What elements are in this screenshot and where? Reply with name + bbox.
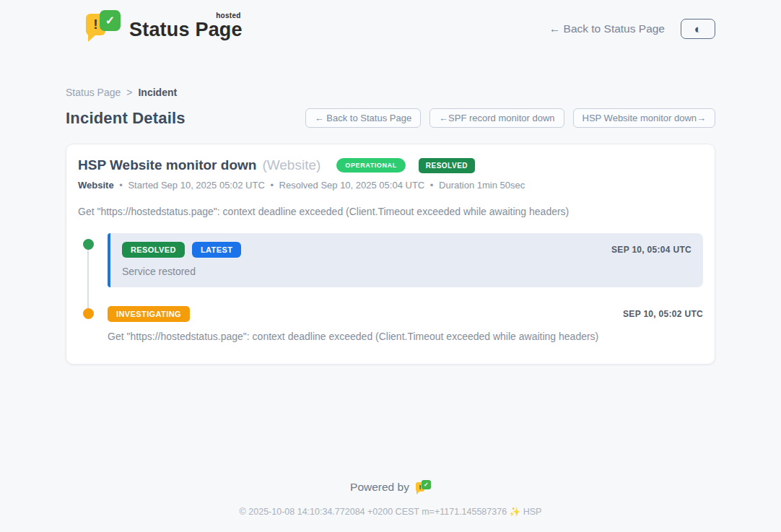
footer-logo-icon: ! ✓ <box>416 480 431 494</box>
copyright-text: © 2025-10-08 14:10:34.772084 +0200 CEST … <box>0 506 781 517</box>
breadcrumb-current: Incident <box>138 87 177 98</box>
timeline-entry-header: INVESTIGATING SEP 10, 05:02 UTC <box>108 306 703 322</box>
timeline-entry-investigating: INVESTIGATING SEP 10, 05:02 UTC Get "htt… <box>108 306 703 342</box>
timeline-timestamp: SEP 10, 05:02 UTC <box>623 309 703 319</box>
timeline-entry-latest: RESOLVED LATEST SEP 10, 05:04 UTC Servic… <box>108 233 703 287</box>
timeline-highlight-box: RESOLVED LATEST SEP 10, 05:04 UTC Servic… <box>108 233 703 287</box>
meta-separator: • <box>119 180 123 191</box>
title-row: Incident Details ← Back to Status Page ←… <box>66 108 715 128</box>
timeline-gap <box>108 287 703 306</box>
incident-title-row: HSP Website monitor down (Website) OPERA… <box>78 157 703 173</box>
exclamation-glyph: ! <box>93 17 97 32</box>
next-incident-button[interactable]: HSP Website monitor down→ <box>573 108 715 128</box>
investigating-badge: INVESTIGATING <box>108 306 190 322</box>
breadcrumb: Status Page > Incident <box>66 87 715 98</box>
page-title: Incident Details <box>66 109 186 128</box>
timeline-message: Get "https://hostedstatus.page": context… <box>108 331 703 342</box>
incident-timeline: RESOLVED LATEST SEP 10, 05:04 UTC Servic… <box>78 233 703 342</box>
incident-component-label: (Website) <box>262 157 320 173</box>
timeline-timestamp: SEP 10, 05:04 UTC <box>611 245 691 255</box>
header-actions: ← Back to Status Page ◐ <box>549 19 715 39</box>
checkmark-icon: ✓ <box>100 10 121 31</box>
meta-started: Started Sep 10, 2025 05:02 UTC <box>128 180 264 191</box>
brand-text: hosted Status Page <box>129 12 243 41</box>
resolved-dot-icon <box>83 239 94 250</box>
footer: Powered by ! ✓ © 2025-10-08 14:10:34.772… <box>0 480 781 517</box>
incident-meta: Website • Started Sep 10, 2025 05:02 UTC… <box>78 180 703 191</box>
previous-incident-button[interactable]: ←SPF record monitor down <box>429 108 564 128</box>
header-back-link[interactable]: ← Back to Status Page <box>549 22 665 35</box>
main-content: Status Page > Incident Incident Details … <box>66 87 715 365</box>
timeline-badges: RESOLVED LATEST <box>122 242 241 258</box>
back-to-status-page-button[interactable]: ← Back to Status Page <box>305 108 421 128</box>
checkmark-glyph: ✓ <box>424 481 429 488</box>
checkmark-icon: ✓ <box>422 480 431 489</box>
resolved-status-badge: RESOLVED <box>419 158 475 173</box>
incident-nav-buttons: ← Back to Status Page ←SPF record monito… <box>305 108 715 128</box>
operational-status-badge: OPERATIONAL <box>336 158 405 173</box>
timeline-message: Service restored <box>122 266 691 277</box>
latest-badge: LATEST <box>192 242 241 258</box>
brand-name: Status Page <box>129 19 243 41</box>
powered-by-label: Powered by <box>350 481 409 494</box>
meta-separator: • <box>270 180 274 191</box>
incident-title: HSP Website monitor down <box>78 157 256 173</box>
incident-card: HSP Website monitor down (Website) OPERA… <box>66 144 715 365</box>
meta-duration: Duration 1min 50sec <box>439 180 525 191</box>
theme-toggle-button[interactable]: ◐ <box>681 19 715 39</box>
header: ! ✓ hosted Status Page ← Back to Status … <box>66 0 715 42</box>
resolved-badge: RESOLVED <box>122 242 185 258</box>
brand-logo[interactable]: ! ✓ hosted Status Page <box>86 10 243 42</box>
brand-logo-icon: ! ✓ <box>86 10 121 42</box>
meta-component: Website <box>78 180 114 191</box>
powered-by-link[interactable]: Powered by ! ✓ <box>0 480 781 494</box>
exclamation-glyph: ! <box>419 484 421 491</box>
timeline-badges: INVESTIGATING <box>108 306 190 322</box>
checkmark-glyph: ✓ <box>105 14 115 27</box>
incident-description: Get "https://hostedstatus.page": context… <box>78 206 703 217</box>
meta-resolved: Resolved Sep 10, 2025 05:04 UTC <box>279 180 425 191</box>
breadcrumb-root[interactable]: Status Page <box>66 87 121 98</box>
breadcrumb-separator: > <box>126 87 132 98</box>
timeline-connector-line <box>87 245 89 310</box>
half-circle-icon: ◐ <box>694 23 702 35</box>
investigating-dot-icon <box>83 308 94 319</box>
meta-separator: • <box>430 180 434 191</box>
timeline-entry-header: RESOLVED LATEST SEP 10, 05:04 UTC <box>122 242 691 258</box>
